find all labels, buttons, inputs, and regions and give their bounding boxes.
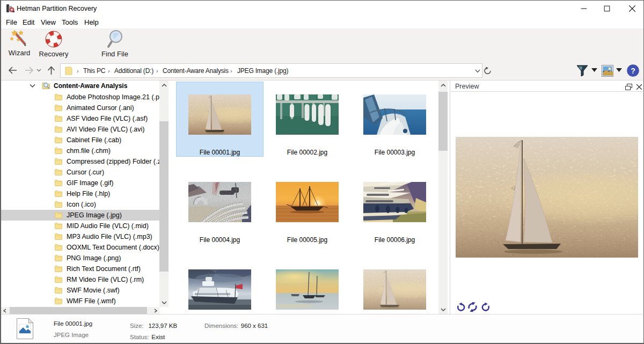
svg-text:?: ? [631,67,635,75]
